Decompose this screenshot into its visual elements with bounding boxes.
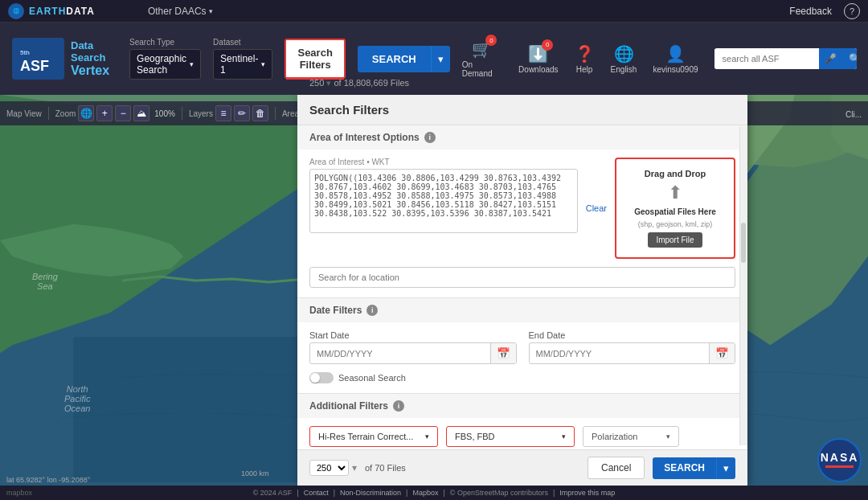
cancel-button[interactable]: Cancel	[588, 457, 645, 479]
nasa-emblem: NASA	[817, 438, 862, 482]
search-button[interactable]: SEARCH	[358, 46, 431, 72]
date-info-icon[interactable]: i	[366, 305, 378, 316]
additional-filters-section: Additional Filters i Hi-Res Terrain Corr…	[297, 394, 747, 449]
nasa-logo: 🌐	[8, 3, 24, 19]
delete-button[interactable]: 🗑	[252, 105, 268, 121]
scale-label: 1000 km	[241, 469, 269, 477]
layers-button[interactable]: ≡	[215, 105, 231, 121]
page-count: 250 100 500 ▾	[309, 460, 357, 476]
upload-icon: ⬆	[668, 182, 682, 203]
draw-button[interactable]: ✏	[234, 105, 250, 121]
aoi-input-row: Area of Interest • WKT POLYGON((103.4306…	[309, 158, 735, 259]
search-footer-dropdown-button[interactable]: ▾	[716, 457, 735, 479]
top-navbar: 🌐 EARTHDATA Other DAACs ▾ Feedback ?	[0, 0, 868, 23]
beam-mode-dropdown[interactable]: FBS, FBD ▾	[446, 426, 575, 447]
click-label: Cli...	[845, 108, 862, 120]
filter-panel-footer: 250 100 500 ▾ of 70 Files Cancel SEARCH …	[297, 449, 747, 486]
help-item[interactable]: ❓ Help	[575, 44, 595, 74]
file-type-dropdown[interactable]: Hi-Res Terrain Correct... ▾	[309, 426, 438, 447]
aoi-section-title: Area of Interest Options i	[297, 125, 747, 150]
additional-section-title: Additional Filters i	[297, 394, 747, 418]
layers-control: Layers ≡ ✏ 🗑	[189, 105, 268, 121]
end-date-calendar-button[interactable]: 📅	[709, 343, 735, 363]
on-demand-item[interactable]: 🛒 0 On Demand	[462, 39, 502, 78]
search-dropdown-button[interactable]: ▾	[431, 46, 450, 72]
user-item[interactable]: 👤 kevinsu0909	[653, 44, 698, 74]
map-coordinates: lat 65.9282° lon -95.2088°	[6, 476, 90, 484]
seasonal-toggle-switch[interactable]	[309, 372, 334, 383]
zoom-in-plus[interactable]: +	[96, 105, 113, 121]
date-filters-section: Date Filters i Start Date 📅 End Date 📅	[297, 298, 747, 394]
earthdata-logo: EARTHDATA	[29, 6, 95, 17]
language-item[interactable]: 🌐 English	[611, 44, 637, 74]
zoom-in-button[interactable]: 🌐	[78, 105, 94, 121]
start-date-field: Start Date 📅	[309, 330, 517, 364]
aoi-textarea[interactable]: POLYGON((103.4306 30.8806,103.4299 30.87…	[309, 169, 578, 233]
toolbar-right-section: 🛒 0 On Demand ⬇️ 0 Downloads ❓ Help 🌐 En…	[462, 39, 857, 78]
aoi-label: Area of Interest • WKT	[309, 158, 578, 166]
aoi-info-icon[interactable]: i	[424, 132, 436, 143]
page-size-select[interactable]: 250 100 500	[309, 460, 349, 476]
aoi-textarea-container: Area of Interest • WKT POLYGON((103.4306…	[309, 158, 578, 259]
zoom-out-minus[interactable]: −	[115, 105, 131, 121]
other-daacs-menu[interactable]: Other DAACs ▾	[148, 6, 213, 17]
navbar-right: Feedback ?	[789, 3, 860, 19]
import-file-button[interactable]: Import File	[648, 232, 702, 248]
date-section-title: Date Filters i	[297, 298, 747, 322]
end-date-field: End Date 📅	[529, 330, 736, 364]
user-icon: 👤	[665, 44, 686, 64]
additional-filters-row: Hi-Res Terrain Correct... ▾ 1/7 file typ…	[309, 426, 735, 449]
help-circle-icon: ❓	[575, 44, 595, 64]
results-summary: 250 ▾ of 18,808,669 Files	[309, 76, 409, 88]
drag-drop-box[interactable]: Drag and Drop ⬆ Geospatial Files Here (s…	[615, 158, 735, 259]
toggle-knob	[310, 373, 320, 383]
map-view-control[interactable]: Map View	[6, 109, 42, 118]
polarization-dropdown[interactable]: Polarization ▾	[583, 426, 679, 447]
nasa-logo-bottom: NASA	[817, 438, 862, 482]
downloads-icon: ⬇️ 0	[528, 44, 548, 64]
end-date-input[interactable]	[530, 345, 710, 363]
filter-panel-scrollbar[interactable]	[739, 127, 747, 445]
zoom-terrain-button[interactable]: ⛰	[133, 105, 149, 121]
aoi-section: Area of Interest Options i Area of Inter…	[297, 125, 747, 298]
bottom-status-bar: mapbox © 2024 ASF | Contact | Non-Discri…	[0, 486, 868, 500]
location-search-input[interactable]	[309, 267, 735, 288]
asf-logo: 5th ASF	[12, 38, 64, 80]
global-search-input[interactable]	[714, 49, 819, 68]
clear-aoi-button[interactable]: Clear	[586, 203, 607, 213]
end-date-input-row: 📅	[529, 342, 736, 364]
filters-button[interactable]: Search Filters	[285, 39, 345, 79]
voice-search-button[interactable]: 🎤	[819, 48, 842, 69]
dataset-dropdown[interactable]: Sentinel-1 ▾	[213, 49, 272, 80]
mapbox-logo: mapbox	[6, 489, 32, 497]
search-button-group: SEARCH ▾	[358, 46, 450, 72]
filter-panel-header: Search Filters	[297, 95, 747, 125]
search-go-button[interactable]: 🔍	[842, 48, 857, 69]
additional-info-icon[interactable]: i	[393, 400, 404, 412]
zoom-control: Zoom 🌐 + − ⛰ 100%	[55, 105, 175, 121]
help-icon[interactable]: ?	[844, 3, 860, 19]
feedback-button[interactable]: Feedback	[789, 6, 832, 17]
start-date-calendar-button[interactable]: 📅	[490, 343, 516, 363]
footer-file-count: of 70 Files	[365, 463, 406, 473]
on-demand-icon: 🛒 0	[472, 39, 492, 59]
search-type-dropdown[interactable]: Geographic Search ▾	[129, 49, 201, 80]
downloads-item[interactable]: ⬇️ 0 Downloads	[518, 44, 558, 74]
asf-title: Data Search Vertex	[71, 39, 109, 78]
start-date-input[interactable]	[310, 345, 490, 363]
global-search-box: 🎤 🔍	[714, 48, 857, 69]
seasonal-search-toggle[interactable]: Seasonal Search	[309, 372, 735, 383]
filter-panel-body: Area of Interest Options i Area of Inter…	[297, 125, 747, 449]
search-filters-panel: Search Filters Area of Interest Options …	[297, 95, 747, 486]
start-date-input-row: 📅	[309, 342, 517, 364]
search-footer-button[interactable]: SEARCH	[653, 457, 716, 479]
translate-icon: 🌐	[614, 44, 634, 64]
scrollbar-handle	[741, 223, 746, 263]
secondary-toolbar: 5th ASF Data Search Vertex Search Type G…	[0, 23, 868, 95]
search-button-group-footer: SEARCH ▾	[653, 457, 735, 479]
date-row: Start Date 📅 End Date 📅	[309, 330, 735, 364]
